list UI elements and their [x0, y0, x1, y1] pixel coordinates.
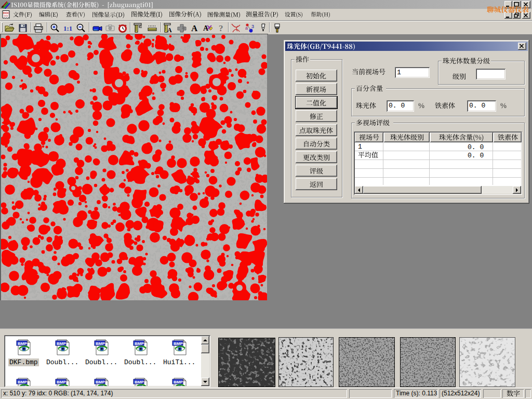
svg-text:BMP: BMP — [18, 380, 27, 384]
svg-text:3: 3 — [251, 24, 254, 29]
svg-text:?: ? — [219, 23, 223, 33]
svg-text:A: A — [167, 26, 172, 33]
svg-text:BMP: BMP — [18, 341, 27, 346]
svg-text:BMP: BMP — [135, 341, 144, 346]
svg-text:BMP: BMP — [174, 380, 183, 384]
svg-text:BMP: BMP — [96, 341, 105, 346]
svg-text:DOC: DOC — [3, 11, 9, 15]
svg-text:A: A — [191, 23, 198, 33]
svg-text:1:1: 1:1 — [63, 24, 72, 32]
svg-text:a: a — [245, 25, 248, 31]
svg-text:BMP: BMP — [57, 380, 66, 384]
svg-text:BMP: BMP — [135, 380, 144, 384]
svg-text:BMP: BMP — [57, 341, 66, 346]
svg-text:BMP: BMP — [174, 341, 183, 346]
svg-text:BMP: BMP — [96, 380, 105, 384]
